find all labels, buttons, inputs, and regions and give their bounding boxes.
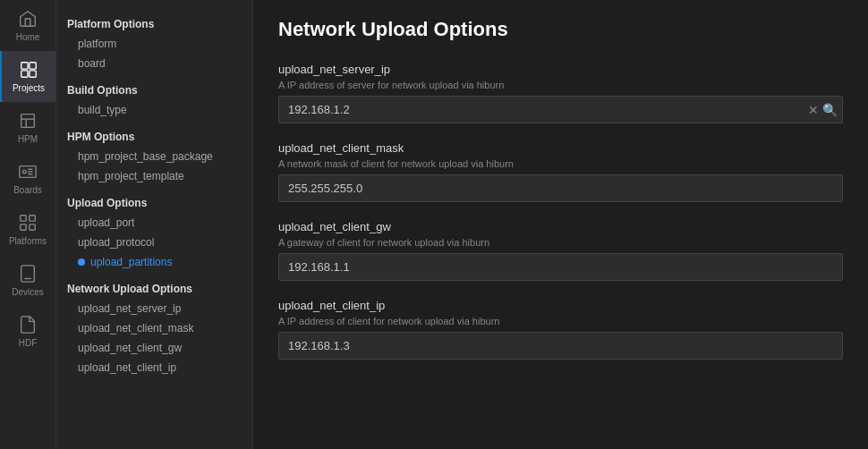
field-input-client-mask[interactable]	[278, 174, 843, 202]
devices-icon	[18, 264, 38, 284]
icon-sidebar: Home Projects HPM Boards	[0, 0, 56, 449]
field-block-server-ip: upload_net_server_ip A IP address of ser…	[278, 63, 843, 123]
field-name-server-ip: upload_net_server_ip	[278, 63, 843, 76]
sidebar-label-platforms: Platforms	[9, 236, 47, 246]
projects-icon	[19, 60, 38, 80]
sidebar-item-devices[interactable]: Devices	[0, 255, 55, 306]
field-desc-client-ip: A IP address of client for network uploa…	[278, 316, 843, 326]
svg-rect-2	[21, 71, 28, 77]
sidebar-item-boards[interactable]: Boards	[0, 153, 55, 204]
sidebar-label-home: Home	[16, 32, 40, 42]
nav-item-hpm-template[interactable]: hpm_project_template	[56, 166, 252, 186]
field-name-client-gw: upload_net_client_gw	[278, 220, 843, 233]
sidebar-label-devices: Devices	[12, 287, 44, 297]
clear-button-server-ip[interactable]: ✕	[808, 104, 819, 116]
nav-section-hpm-options: HPM Options	[56, 123, 252, 147]
nav-item-build-type[interactable]: build_type	[56, 100, 252, 120]
main-content: Network Upload Options upload_net_server…	[253, 0, 868, 449]
sidebar-item-home[interactable]: Home	[0, 0, 55, 51]
sidebar-item-hpm[interactable]: HPM	[0, 102, 55, 153]
svg-rect-16	[21, 266, 35, 282]
field-input-client-gw[interactable]	[278, 253, 843, 281]
nav-item-upload-net-client-mask[interactable]: upload_net_client_mask	[56, 318, 252, 338]
field-name-client-mask: upload_net_client_mask	[278, 141, 843, 155]
nav-item-platform[interactable]: platform	[56, 34, 252, 54]
nav-item-upload-net-client-ip[interactable]: upload_net_client_ip	[56, 358, 252, 377]
nav-section-platform-options: Platform Options	[56, 11, 252, 34]
field-input-server-ip[interactable]	[278, 96, 843, 123]
nav-item-hpm-base-package[interactable]: hpm_project_base_package	[56, 147, 252, 166]
sidebar-label-hdf: HDF	[19, 338, 38, 348]
home-icon	[18, 9, 38, 29]
svg-rect-15	[30, 224, 35, 230]
field-block-client-gw: upload_net_client_gw A gateway of client…	[278, 220, 843, 281]
field-input-wrap-client-gw	[278, 253, 843, 281]
svg-rect-3	[30, 71, 36, 77]
field-block-client-ip: upload_net_client_ip A IP address of cli…	[278, 299, 843, 360]
field-input-wrap-client-ip	[278, 332, 843, 360]
svg-rect-0	[21, 63, 28, 69]
nav-item-upload-net-server-ip[interactable]: upload_net_server_ip	[56, 299, 252, 318]
nav-panel: Platform Options platform board Build Op…	[56, 0, 253, 449]
sidebar-label-projects: Projects	[13, 83, 45, 93]
input-icons-server-ip: ✕ 🔍	[808, 104, 838, 116]
sidebar-item-hdf[interactable]: HDF	[0, 306, 55, 357]
active-dot	[78, 258, 85, 266]
field-name-client-ip: upload_net_client_ip	[278, 299, 843, 312]
field-block-client-mask: upload_net_client_mask A network mask of…	[278, 141, 843, 202]
boards-icon	[18, 162, 38, 182]
nav-item-upload-protocol[interactable]: upload_protocol	[56, 233, 252, 252]
field-input-wrap-client-mask	[278, 174, 843, 202]
search-button-server-ip[interactable]: 🔍	[822, 104, 838, 116]
hpm-icon	[18, 111, 38, 131]
svg-rect-1	[30, 63, 36, 69]
sidebar-item-platforms[interactable]: Platforms	[0, 204, 55, 255]
svg-rect-13	[30, 216, 35, 221]
sidebar-label-hpm: HPM	[18, 134, 38, 144]
nav-item-upload-partitions[interactable]: upload_partitions	[56, 252, 252, 272]
nav-item-upload-net-client-gw[interactable]: upload_net_client_gw	[56, 338, 252, 358]
sidebar-item-projects[interactable]: Projects	[0, 51, 55, 102]
field-desc-server-ip: A IP address of server for network uploa…	[278, 80, 843, 90]
field-desc-client-gw: A gateway of client for network upload v…	[278, 237, 843, 248]
platforms-icon	[18, 213, 38, 233]
nav-item-upload-port[interactable]: upload_port	[56, 213, 252, 233]
nav-section-build-options: Build Options	[56, 77, 252, 100]
nav-section-upload-options: Upload Options	[56, 190, 252, 213]
svg-rect-14	[21, 224, 26, 230]
nav-item-upload-partitions-label: upload_partitions	[90, 256, 172, 268]
svg-point-8	[23, 170, 27, 174]
hdf-icon	[18, 315, 38, 335]
nav-item-board[interactable]: board	[56, 54, 252, 73]
sidebar-label-boards: Boards	[13, 185, 42, 195]
field-input-client-ip[interactable]	[278, 332, 843, 360]
nav-section-network-upload-options: Network Upload Options	[56, 275, 252, 299]
svg-rect-4	[21, 114, 35, 128]
svg-rect-12	[21, 216, 26, 221]
field-input-wrap-server-ip: ✕ 🔍	[278, 96, 843, 123]
page-title: Network Upload Options	[278, 18, 843, 41]
field-desc-client-mask: A network mask of client for network upl…	[278, 158, 843, 169]
